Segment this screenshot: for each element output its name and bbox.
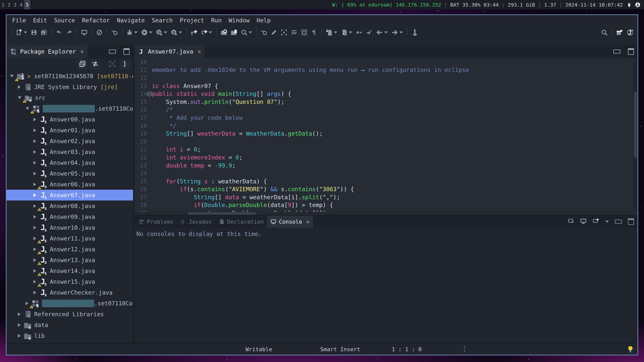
chevron-down-icon[interactable] bbox=[605, 221, 609, 223]
chevron-down-icon[interactable] bbox=[164, 31, 167, 33]
tree-item[interactable]: JsAnswer12.java bbox=[7, 244, 133, 255]
tree-item[interactable]: JsAnswer15.java bbox=[7, 276, 133, 287]
chevron-collapsed-icon[interactable] bbox=[33, 204, 36, 208]
save-with-related-button[interactable] bbox=[324, 27, 339, 38]
chevron-down-icon[interactable] bbox=[134, 31, 138, 33]
redo-button[interactable] bbox=[64, 27, 74, 38]
chevron-down-icon[interactable] bbox=[399, 31, 403, 33]
chevron-collapsed-icon[interactable] bbox=[33, 291, 36, 294]
new-wizard-button[interactable] bbox=[14, 27, 29, 38]
tree-item[interactable]: s.set07110Cours bbox=[7, 103, 133, 114]
view-menu-button[interactable] bbox=[119, 59, 130, 69]
chevron-down-icon[interactable] bbox=[249, 31, 252, 33]
chevron-collapsed-icon[interactable] bbox=[33, 172, 36, 175]
console-tab-declaration[interactable]: Declaration bbox=[216, 216, 267, 228]
maximize-icon[interactable] bbox=[628, 48, 634, 55]
tree-item[interactable]: JsAnswer08.java bbox=[7, 200, 133, 211]
tree-item[interactable]: s.set07110Cours bbox=[7, 298, 133, 309]
chevron-expanded-icon[interactable] bbox=[18, 96, 21, 99]
chevron-collapsed-icon[interactable] bbox=[18, 334, 21, 338]
tree-item[interactable]: sdata bbox=[7, 319, 133, 330]
previous-edit-location-button[interactable] bbox=[354, 27, 364, 38]
menu-help[interactable]: Help bbox=[253, 17, 274, 24]
tree-item-selected[interactable]: JsAnswer07.java bbox=[7, 190, 133, 200]
toggle-word-wrap-button[interactable] bbox=[289, 27, 299, 38]
tree-item[interactable]: JsAnswer03.java bbox=[7, 146, 133, 157]
open-perspective-button[interactable] bbox=[614, 27, 624, 38]
tree-item[interactable]: JsAnswer04.java bbox=[7, 157, 133, 168]
chevron-collapsed-icon[interactable] bbox=[33, 226, 36, 229]
skip-all-breakpoints-button[interactable] bbox=[94, 27, 104, 38]
open-task-button[interactable] bbox=[229, 27, 239, 38]
maximize-icon[interactable] bbox=[124, 48, 130, 55]
fold-collapse-icon[interactable] bbox=[147, 92, 152, 96]
minimize-icon[interactable] bbox=[109, 50, 116, 54]
search-button[interactable] bbox=[239, 27, 254, 38]
chevron-collapsed-icon[interactable] bbox=[33, 269, 36, 273]
minimize-icon[interactable] bbox=[613, 50, 620, 54]
forward-button[interactable] bbox=[389, 27, 405, 38]
last-edit-location-button[interactable] bbox=[364, 27, 374, 38]
maximize-icon[interactable] bbox=[628, 218, 634, 225]
run-last-launched-button[interactable] bbox=[259, 27, 269, 38]
chevron-down-icon[interactable] bbox=[384, 31, 388, 33]
editor-tab-answer07[interactable]: J Answer07.java ✕ bbox=[134, 45, 205, 58]
console-tab-javadoc[interactable]: @Javadoc bbox=[177, 216, 216, 228]
pin-console-button[interactable] bbox=[568, 218, 574, 225]
tree-item[interactable]: Js> set07110m12345678 [set07110-c bbox=[7, 71, 133, 82]
run-external-tools-button[interactable] bbox=[169, 27, 184, 38]
editor-horizontal-scrollbar[interactable] bbox=[134, 212, 634, 215]
chevron-collapsed-icon[interactable] bbox=[33, 280, 36, 284]
tree-item[interactable]: JRE System Library [jre] bbox=[7, 82, 133, 92]
menu-source[interactable]: Source bbox=[51, 17, 78, 24]
chevron-collapsed-icon[interactable] bbox=[33, 258, 36, 262]
chevron-collapsed-icon[interactable] bbox=[33, 248, 36, 251]
tree-item[interactable]: classpath bbox=[7, 341, 133, 343]
toggle-block-selection-button[interactable] bbox=[299, 27, 309, 38]
notification-bulb-icon[interactable] bbox=[627, 345, 634, 354]
scrollbar-thumb[interactable] bbox=[188, 212, 256, 215]
chevron-collapsed-icon[interactable] bbox=[33, 183, 36, 186]
mark-occurrences-button[interactable] bbox=[269, 27, 279, 38]
debug-button[interactable] bbox=[125, 27, 139, 38]
chevron-collapsed-icon[interactable] bbox=[33, 161, 36, 165]
new-java-project-button[interactable] bbox=[189, 27, 199, 38]
console-tab-console[interactable]: Console✕ bbox=[267, 216, 313, 228]
menu-search[interactable]: Search bbox=[148, 17, 176, 24]
tree-item[interactable]: JsAnswer11.java bbox=[7, 233, 133, 244]
tree-item[interactable]: JsAnswer06.java bbox=[7, 179, 133, 190]
console-tab-problems[interactable]: Problems bbox=[135, 216, 177, 228]
tree-item[interactable]: ssrc bbox=[7, 92, 133, 103]
menu-refactor[interactable]: Refactor bbox=[78, 17, 113, 24]
workspace-button-4[interactable]: 4 bbox=[18, 0, 24, 9]
focus-on-active-task-button[interactable] bbox=[279, 27, 289, 38]
chevron-collapsed-icon[interactable] bbox=[18, 312, 21, 316]
display-selected-console-button[interactable] bbox=[580, 218, 587, 225]
tree-item[interactable]: JsAnswer13.java bbox=[7, 255, 133, 265]
open-selection-button[interactable] bbox=[339, 27, 354, 38]
tree-item[interactable]: JsAnswer00.java bbox=[7, 114, 133, 125]
workspace-button-5[interactable]: 5 bbox=[24, 0, 30, 9]
menu-file[interactable]: File bbox=[9, 17, 29, 24]
chevron-down-icon[interactable] bbox=[334, 31, 337, 33]
undo-button[interactable] bbox=[54, 27, 64, 38]
chevron-down-icon[interactable] bbox=[24, 31, 27, 33]
chevron-collapsed-icon[interactable] bbox=[33, 118, 36, 121]
menu-window[interactable]: Window bbox=[225, 17, 253, 24]
close-icon[interactable]: ✕ bbox=[306, 219, 309, 225]
new-java-class-button[interactable]: C bbox=[199, 27, 214, 38]
chevron-collapsed-icon[interactable] bbox=[33, 129, 36, 132]
close-icon[interactable]: ✕ bbox=[80, 48, 84, 55]
tree-item[interactable]: JsAnswer01.java bbox=[7, 125, 133, 136]
package-explorer-tab[interactable]: Package Explorer ✕ bbox=[7, 45, 88, 58]
close-icon[interactable]: ✕ bbox=[198, 48, 201, 55]
chevron-expanded-icon[interactable] bbox=[26, 107, 29, 110]
back-button[interactable] bbox=[374, 27, 389, 38]
editor-vertical-scrollbar[interactable] bbox=[634, 58, 637, 212]
chevron-collapsed-icon[interactable] bbox=[33, 193, 36, 197]
chevron-down-icon[interactable] bbox=[349, 31, 352, 33]
coverage-button[interactable] bbox=[154, 27, 169, 38]
scrollbar-thumb[interactable] bbox=[634, 92, 637, 158]
chevron-down-icon[interactable] bbox=[209, 31, 212, 33]
collapse-all-button[interactable] bbox=[77, 59, 88, 69]
